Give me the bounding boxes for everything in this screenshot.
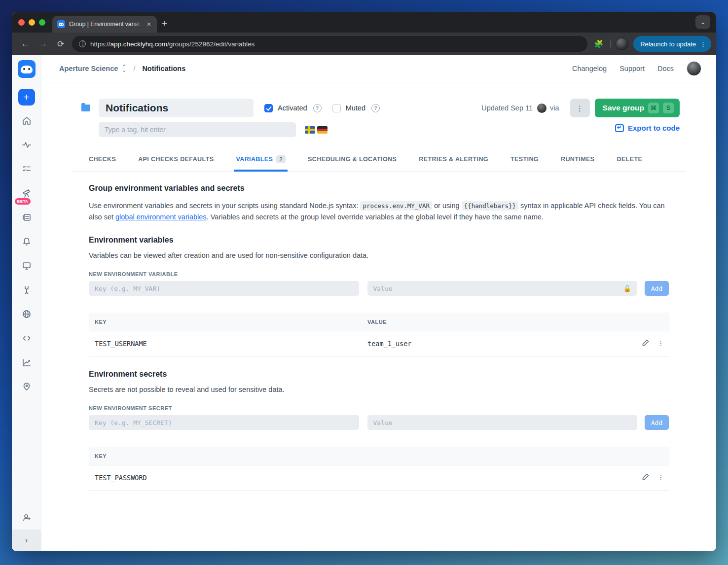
muted-label: Muted [346,104,365,112]
group-name-input[interactable]: Notifications [99,99,254,117]
tag-input[interactable]: Type a tag, hit enter [99,122,296,137]
sidebar-item-status-pages[interactable] [12,374,41,398]
secret-key-input[interactable]: Key (e.g. MY_SECRET) [89,415,359,430]
url-text: https://app.checklyhq.com/groups/252962/… [90,40,255,48]
back-button[interactable]: ← [19,39,32,49]
tab-delete[interactable]: DELETE [617,150,642,171]
variable-key-input[interactable]: Key (e.g. MY_VAR) [89,281,359,296]
telescope-icon [22,188,32,198]
toolbar-divider [610,39,611,48]
extensions-icon[interactable]: 🧩 [592,39,606,48]
secret-value-input[interactable]: Value [367,415,638,430]
variable-value-cell: team_1_user [367,340,411,348]
page-content: Notifications Activated ? Muted ? [41,82,716,551]
browser-menu-kebab-icon[interactable]: ⋮ [700,40,706,48]
tab-variables[interactable]: VARIABLES 2 [236,150,286,171]
key-column-header: KEY [89,453,367,459]
bell-icon [22,237,32,247]
tab-search-chevron-icon[interactable]: ⌄ [695,15,710,29]
tab-api-checks-defaults[interactable]: API CHECKS DEFAULTS [138,150,214,171]
browser-tab-strip: Group | Environment variables × + ⌄ [12,12,716,33]
relaunch-to-update-button[interactable]: Relaunch to update ⋮ [633,36,711,52]
code-icon [22,333,32,343]
muted-help-icon[interactable]: ? [371,104,380,112]
edit-secret-button[interactable] [642,473,650,483]
add-secret-button[interactable]: Add [645,415,669,430]
browser-toolbar: ← → ⟳ https://app.checklyhq.com/groups/2… [12,33,716,55]
checkly-app: + BETA [12,55,716,551]
tab-runtimes[interactable]: RUNTIMES [561,150,594,171]
site-info-icon[interactable] [79,40,86,47]
group-folder-icon [81,105,90,111]
variables-table-header: KEY VALUE [89,313,669,331]
group-settings-tabs: CHECKS API CHECKS DEFAULTS VARIABLES 2 S… [72,150,686,172]
key-column-header: KEY [89,319,367,325]
muted-checkbox[interactable] [332,104,341,112]
variables-table: KEY VALUE TEST_USERNAME team_1_user ⋮ [89,313,669,356]
app-header: Aperture Science ⌃⌄ / Notifications Chan… [41,55,716,82]
wrench-icon [22,285,32,295]
updated-via-text: via [550,104,559,112]
sidebar-item-private-locations[interactable] [12,302,41,326]
tab-scheduling-locations[interactable]: SCHEDULING & LOCATIONS [308,150,397,171]
edit-variable-button[interactable] [642,339,650,349]
reload-button[interactable]: ⟳ [54,39,67,49]
sidebar-item-checks[interactable] [12,157,41,181]
section-title: Group environment variables and secrets [89,184,669,193]
export-to-code-link[interactable]: Export to code [615,124,680,132]
add-user-icon [22,513,32,523]
tab-retries-alerting[interactable]: RETRIES & ALERTING [419,150,488,171]
variable-value-input[interactable]: Value 🔓 [367,281,638,296]
map-pin-icon [22,382,32,391]
address-bar[interactable]: https://app.checklyhq.com/groups/252962/… [72,36,587,52]
group-options-kebab-button[interactable]: ⋮ [570,99,590,117]
sidebar-item-test-sessions-beta[interactable]: BETA [12,181,41,205]
browser-tab[interactable]: Group | Environment variables × [52,16,157,33]
changelog-link[interactable]: Changelog [572,65,607,72]
tab-checks[interactable]: CHECKS [89,150,116,171]
add-variable-button[interactable]: Add [645,281,669,296]
breadcrumb-team-selector[interactable]: Aperture Science [59,65,118,72]
docs-link[interactable]: Docs [657,65,674,72]
table-row: TEST_USERNAME team_1_user ⋮ [89,331,669,356]
sidebar-item-activity[interactable] [12,133,41,157]
team-switcher-chevrons-icon[interactable]: ⌃⌄ [122,65,126,72]
global-environment-variables-link[interactable]: global environment variables [115,213,207,221]
sidebar-item-invite-user[interactable] [12,505,41,530]
sidebar-item-snippets[interactable] [12,326,41,350]
environment-secrets-description: Secrets are not possible to reveal and u… [89,386,669,393]
sidebar-expand-button[interactable]: › [12,530,41,551]
variable-row-kebab-button[interactable]: ⋮ [657,342,664,346]
tab-testing[interactable]: TESTING [510,150,539,171]
sidebar-item-runbooks[interactable] [12,205,41,229]
minimize-window-button[interactable] [29,19,35,26]
sidebar-item-alerts[interactable] [12,229,41,253]
sidebar-item-home[interactable] [12,108,41,133]
user-avatar[interactable] [687,61,701,76]
breadcrumb-separator: / [134,65,136,72]
support-link[interactable]: Support [619,65,645,72]
unlocked-padlock-icon[interactable]: 🔓 [623,285,631,292]
tab-close-icon[interactable]: × [145,20,153,29]
create-new-button[interactable]: + [18,89,35,106]
close-window-button[interactable] [18,19,25,26]
environment-variables-description: Variables can be viewed after creation a… [89,251,669,259]
sidebar-item-analytics[interactable] [12,350,41,374]
checkly-logo-icon[interactable] [18,60,36,78]
save-group-button[interactable]: Save group ⌘ S [595,99,680,117]
maximize-window-button[interactable] [39,19,45,26]
sidebar-item-maintenance[interactable] [12,278,41,302]
secret-row-kebab-button[interactable]: ⋮ [657,476,664,480]
activated-checkbox[interactable] [264,104,273,112]
forward-button[interactable]: → [36,39,49,49]
value-column-header: VALUE [367,319,387,325]
sidebar: + BETA [12,55,41,551]
new-environment-variable-label: NEW ENVIRONMENT VARIABLE [89,271,669,277]
new-variable-input-row: Key (e.g. MY_VAR) Value 🔓 Add [89,281,669,296]
environment-variables-title: Environment variables [89,236,669,245]
new-tab-button[interactable]: + [162,18,167,29]
beta-badge: BETA [15,198,31,205]
activated-help-icon[interactable]: ? [313,104,322,112]
sidebar-item-dashboards[interactable] [12,253,41,278]
browser-profile-avatar[interactable] [616,37,628,50]
